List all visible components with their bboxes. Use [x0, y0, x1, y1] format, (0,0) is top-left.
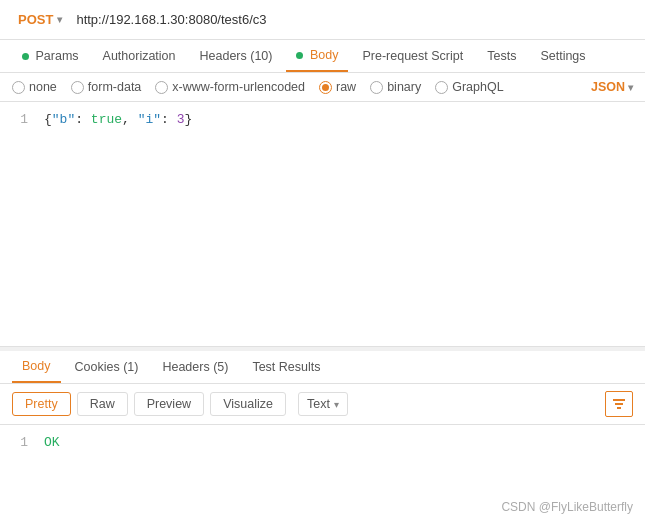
option-graphql-label: GraphQL — [452, 80, 503, 94]
tab-tests-label: Tests — [487, 49, 516, 63]
radio-graphql — [435, 81, 448, 94]
json-format-label: JSON — [591, 80, 625, 94]
colon-2: : — [161, 112, 177, 127]
text-format-label: Text — [307, 397, 330, 411]
request-tabs: Params Authorization Headers (10) Body P… — [0, 40, 645, 73]
option-graphql[interactable]: GraphQL — [435, 80, 503, 94]
resp-status-ok: OK — [44, 435, 60, 450]
tab-params[interactable]: Params — [12, 41, 89, 71]
view-pretty-button[interactable]: Pretty — [12, 392, 71, 416]
open-brace: { — [44, 112, 52, 127]
resp-line-num: 1 — [12, 435, 28, 450]
resp-tab-testresults-label: Test Results — [252, 360, 320, 374]
response-tabs: Body Cookies (1) Headers (5) Test Result… — [0, 347, 645, 384]
radio-form-data — [71, 81, 84, 94]
radio-raw — [319, 81, 332, 94]
tab-headers[interactable]: Headers (10) — [190, 41, 283, 71]
resp-tab-headers[interactable]: Headers (5) — [152, 352, 238, 382]
resp-tab-cookies[interactable]: Cookies (1) — [65, 352, 149, 382]
val-true: true — [91, 112, 122, 127]
option-binary[interactable]: binary — [370, 80, 421, 94]
line-number-1: 1 — [12, 112, 28, 127]
json-arrow-icon: ▾ — [628, 82, 633, 93]
json-format-select[interactable]: JSON ▾ — [591, 80, 633, 94]
params-dot — [22, 53, 29, 60]
url-input[interactable] — [76, 12, 633, 27]
option-raw-label: raw — [336, 80, 356, 94]
tab-body[interactable]: Body — [286, 40, 348, 72]
text-format-select[interactable]: Text ▾ — [298, 392, 348, 416]
tab-headers-label: Headers (10) — [200, 49, 273, 63]
code-content-1: {"b": true, "i": 3} — [44, 112, 192, 127]
option-none-label: none — [29, 80, 57, 94]
resp-tab-body[interactable]: Body — [12, 351, 61, 383]
close-brace: } — [184, 112, 192, 127]
resp-tab-cookies-label: Cookies (1) — [75, 360, 139, 374]
comma-1: , — [122, 112, 138, 127]
option-none[interactable]: none — [12, 80, 57, 94]
method-select[interactable]: POST ▾ — [12, 8, 68, 31]
body-type-options: none form-data x-www-form-urlencoded raw… — [0, 73, 645, 102]
url-bar: POST ▾ — [0, 0, 645, 40]
option-form-data[interactable]: form-data — [71, 80, 142, 94]
tab-settings[interactable]: Settings — [530, 41, 595, 71]
tab-tests[interactable]: Tests — [477, 41, 526, 71]
code-line-1: 1 {"b": true, "i": 3} — [12, 112, 633, 127]
tab-prerequest-label: Pre-request Script — [362, 49, 463, 63]
colon-1: : — [75, 112, 91, 127]
resp-tab-headers-label: Headers (5) — [162, 360, 228, 374]
method-label: POST — [18, 12, 53, 27]
body-dot — [296, 52, 303, 59]
key-b: "b" — [52, 112, 75, 127]
option-raw[interactable]: raw — [319, 80, 356, 94]
text-format-arrow-icon: ▾ — [334, 399, 339, 410]
option-urlencoded[interactable]: x-www-form-urlencoded — [155, 80, 305, 94]
method-chevron: ▾ — [57, 14, 62, 25]
resp-tab-testresults[interactable]: Test Results — [242, 352, 330, 382]
tab-body-label: Body — [310, 48, 339, 62]
tab-settings-label: Settings — [540, 49, 585, 63]
view-preview-button[interactable]: Preview — [134, 392, 204, 416]
option-form-data-label: form-data — [88, 80, 142, 94]
view-visualize-button[interactable]: Visualize — [210, 392, 286, 416]
tab-authorization-label: Authorization — [103, 49, 176, 63]
key-i: "i" — [138, 112, 161, 127]
tab-authorization[interactable]: Authorization — [93, 41, 186, 71]
response-body: 1 OK — [0, 425, 645, 460]
radio-urlencoded — [155, 81, 168, 94]
code-editor[interactable]: 1 {"b": true, "i": 3} — [0, 102, 645, 347]
view-raw-button[interactable]: Raw — [77, 392, 128, 416]
resp-tab-body-label: Body — [22, 359, 51, 373]
radio-none — [12, 81, 25, 94]
watermark: CSDN @FlyLikeButterfly — [501, 500, 633, 514]
tab-params-label: Params — [35, 49, 78, 63]
option-binary-label: binary — [387, 80, 421, 94]
radio-binary — [370, 81, 383, 94]
tab-prerequest[interactable]: Pre-request Script — [352, 41, 473, 71]
filter-icon[interactable] — [605, 391, 633, 417]
response-view-options: Pretty Raw Preview Visualize Text ▾ — [0, 384, 645, 425]
option-urlencoded-label: x-www-form-urlencoded — [172, 80, 305, 94]
